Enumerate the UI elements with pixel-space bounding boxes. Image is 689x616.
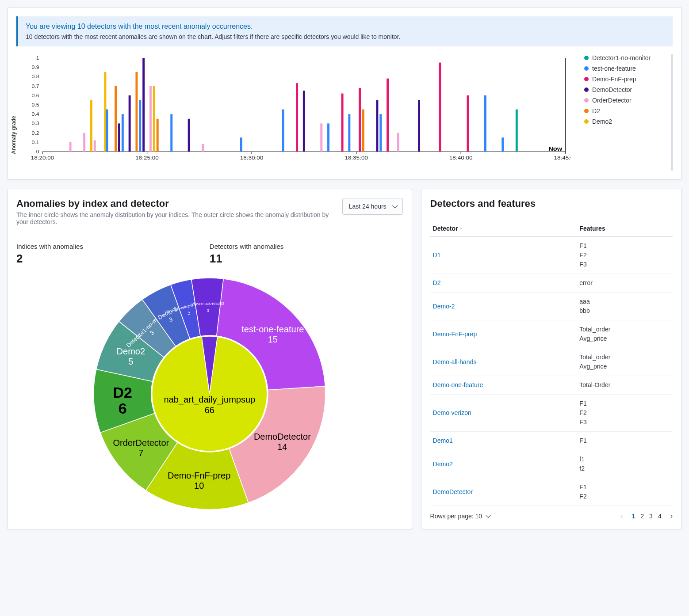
- svg-rect-44: [202, 144, 204, 152]
- svg-rect-49: [320, 123, 322, 152]
- detector-link[interactable]: D1: [433, 251, 441, 259]
- legend-dot-icon: [584, 119, 589, 124]
- detector-link[interactable]: Demo-FnF-prep: [433, 331, 477, 338]
- svg-rect-42: [170, 114, 172, 152]
- table-row: Demo1F1: [430, 432, 673, 450]
- svg-rect-59: [418, 100, 420, 152]
- features-cell: F1: [577, 432, 673, 450]
- page-number[interactable]: 3: [649, 513, 653, 520]
- svg-text:0.1: 0.1: [32, 140, 39, 145]
- svg-text:7: 7: [138, 448, 143, 458]
- svg-text:OrderDetector: OrderDetector: [113, 438, 169, 448]
- svg-rect-38: [142, 58, 145, 152]
- detectors-stat-value: 11: [210, 252, 403, 266]
- svg-rect-57: [387, 79, 389, 152]
- legend-item[interactable]: Detector1-no-monitor: [584, 54, 669, 61]
- legend-dot-icon: [584, 98, 589, 103]
- prev-page-icon[interactable]: ‹: [620, 512, 623, 520]
- svg-text:18:35:00: 18:35:00: [344, 155, 368, 160]
- svg-rect-53: [359, 88, 361, 152]
- svg-rect-41: [157, 119, 159, 152]
- legend-item[interactable]: Demo-FnF-prep: [584, 76, 669, 83]
- features-column-header[interactable]: Features: [577, 221, 673, 237]
- detector-link[interactable]: D2: [433, 279, 441, 286]
- legend-dot-icon: [584, 56, 589, 60]
- svg-text:0.6: 0.6: [32, 93, 39, 98]
- chart-legend: Detector1-no-monitortest-one-featureDemo…: [584, 54, 673, 171]
- svg-text:0: 0: [36, 149, 39, 154]
- svg-rect-29: [94, 141, 96, 152]
- svg-rect-40: [153, 86, 155, 152]
- svg-text:0.2: 0.2: [32, 131, 39, 136]
- svg-text:18:45:00: 18:45:00: [554, 155, 571, 160]
- detector-link[interactable]: Demo-verizon: [433, 409, 471, 416]
- svg-rect-32: [115, 86, 117, 152]
- features-cell: F1F2F3: [577, 237, 673, 274]
- svg-text:0.7: 0.7: [32, 84, 39, 89]
- svg-rect-28: [90, 100, 92, 152]
- svg-rect-62: [484, 95, 486, 152]
- next-page-icon[interactable]: ›: [670, 512, 673, 520]
- svg-text:10: 10: [194, 481, 204, 491]
- table-row: D1F1F2F3: [430, 237, 673, 274]
- table-row: Demo-one-featureTotal-Order: [430, 376, 673, 395]
- legend-item[interactable]: OrderDetector: [584, 97, 669, 104]
- svg-text:15: 15: [268, 335, 278, 344]
- svg-rect-37: [139, 100, 141, 152]
- detectors-stat-label: Detectors with anomalies: [210, 243, 403, 250]
- features-cell: F1F2F3: [577, 395, 673, 432]
- svg-text:18:30:00: 18:30:00: [240, 155, 264, 160]
- features-cell: f1f2: [577, 450, 673, 478]
- table-row: Demo-2aaabbb: [430, 293, 673, 320]
- svg-text:18:20:00: 18:20:00: [31, 155, 54, 160]
- svg-rect-36: [135, 72, 138, 152]
- svg-rect-63: [501, 137, 504, 152]
- legend-item[interactable]: Demo2: [584, 118, 669, 125]
- detector-link[interactable]: Demo-one-feature: [433, 381, 483, 388]
- legend-label: Detector1-no-monitor: [592, 54, 651, 61]
- svg-text:18:25:00: 18:25:00: [135, 155, 159, 160]
- table-row: Demo-FnF-prepTotal_orderAvg_price: [430, 320, 673, 348]
- detector-link[interactable]: Demo2: [433, 460, 453, 468]
- anomaly-grade-chart: Anomaly grade 00.10.20.30.40.50.60.70.80…: [16, 54, 571, 171]
- pagination: ‹ 1234 ›: [620, 512, 673, 520]
- svg-text:0.9: 0.9: [32, 65, 39, 70]
- svg-rect-45: [240, 137, 242, 152]
- y-axis-label: Anomaly grade: [11, 116, 17, 154]
- page-number[interactable]: 2: [640, 513, 644, 520]
- svg-rect-43: [188, 119, 190, 152]
- page-number[interactable]: 4: [658, 513, 662, 520]
- sunburst-subtitle: The inner circle shows the anomaly distr…: [16, 211, 342, 225]
- legend-dot-icon: [584, 87, 589, 92]
- detector-link[interactable]: Demo-2: [433, 303, 455, 310]
- rows-per-page-select[interactable]: Rows per page: 10: [430, 513, 490, 520]
- svg-rect-52: [348, 114, 350, 152]
- features-cell: error: [577, 274, 673, 293]
- svg-text:test-one-feature: test-one-feature: [241, 324, 304, 334]
- legend-item[interactable]: D2: [584, 107, 669, 114]
- sunburst-title: Anomalies by index and detector: [16, 198, 342, 209]
- svg-rect-55: [376, 100, 378, 152]
- callout-title: You are viewing 10 detectors with the mo…: [26, 23, 665, 30]
- legend-item[interactable]: test-one-feature: [584, 65, 669, 72]
- detector-column-header[interactable]: Detector ↑: [430, 221, 577, 237]
- svg-text:D2: D2: [113, 384, 132, 401]
- detector-link[interactable]: Demo-all-hands: [433, 358, 477, 365]
- legend-dot-icon: [584, 109, 589, 113]
- time-range-select[interactable]: Last 24 hours: [342, 198, 403, 215]
- svg-text:DemoDetector: DemoDetector: [254, 432, 311, 441]
- svg-rect-26: [69, 142, 72, 152]
- svg-text:66: 66: [205, 405, 214, 415]
- table-row: Demo-verizonF1F2F3: [430, 395, 673, 432]
- page-number[interactable]: 1: [632, 513, 635, 520]
- svg-rect-51: [341, 94, 344, 152]
- svg-text:0.4: 0.4: [32, 112, 39, 117]
- table-row: DemoDetectorF1F2: [430, 478, 673, 506]
- callout-body: 10 detectors with the most recent anomal…: [26, 33, 665, 40]
- svg-rect-61: [467, 95, 469, 152]
- legend-item[interactable]: DemoDetector: [584, 86, 669, 93]
- detector-link[interactable]: Demo1: [433, 437, 453, 444]
- indices-stat-label: Indices with anomalies: [16, 243, 210, 250]
- svg-text:0.8: 0.8: [32, 74, 39, 79]
- detector-link[interactable]: DemoDetector: [433, 488, 473, 495]
